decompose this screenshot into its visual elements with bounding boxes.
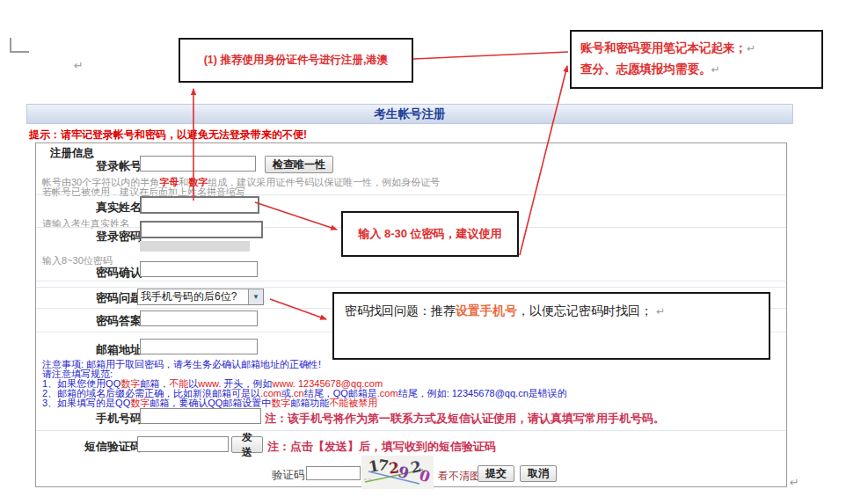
sms-code-input[interactable] xyxy=(137,436,229,452)
callout-notebook-line2: 查分、志愿填报均需要。 xyxy=(580,62,711,76)
cancel-button[interactable]: 取消 xyxy=(520,465,557,482)
page-corner-mark xyxy=(10,38,29,53)
callout-id-recommendation: (1) 推荐使用身份证件号进行注册,港澳 xyxy=(179,38,413,83)
email-label: 邮箱地址 xyxy=(43,342,142,358)
callout-id-text-em: 身份证件号 xyxy=(264,53,319,68)
paragraph-return-mark: ↵ xyxy=(74,60,84,71)
password-question-label: 密码问题 xyxy=(43,290,142,306)
paragraph-return-mark: ↵ xyxy=(656,305,665,318)
mobile-input[interactable] xyxy=(140,408,261,424)
form-tip: 提示：请牢记登录帐号和密码，以避免无法登录带来的不便! xyxy=(29,128,307,142)
form-title: 考生帐号注册 xyxy=(375,106,446,122)
callout-id-text-pre: (1) 推荐使用 xyxy=(204,53,265,68)
real-name-input[interactable] xyxy=(140,196,259,214)
password-question-select[interactable]: 我手机号码的后6位? ▼ xyxy=(137,289,264,305)
check-uniqueness-button[interactable]: 检查唯一性 xyxy=(265,156,333,173)
paragraph-return-mark: ↵ xyxy=(790,477,799,488)
sms-note: 注：点击【发送】后，填写收到的短信验证码 xyxy=(267,439,496,455)
callout-notebook-reminder: 账号和密码要用笔记本记起来；↵ 查分、志愿填报均需要。↵ xyxy=(570,30,823,89)
callout-password-text: 输入 8-30 位密码，建议使用 xyxy=(358,226,501,242)
sms-code-label: 短信验证码 xyxy=(43,439,142,455)
password-input[interactable] xyxy=(140,221,263,238)
password-label: 登录密码 xyxy=(43,229,142,245)
callout-password-retrieve-advice: 密码找回问题：推荐设置手机号，以便忘记密码时找回； ↵ xyxy=(332,292,770,360)
password-strength-bar xyxy=(140,241,250,252)
mobile-label: 手机号码 xyxy=(43,411,142,427)
captcha-label: 验证码 xyxy=(272,468,305,483)
password-question-selected-value: 我手机号码的后6位? xyxy=(138,289,248,304)
paragraph-return-mark: ↵ xyxy=(747,42,755,55)
paragraph-return-mark: ↵ xyxy=(711,63,720,76)
login-account-label: 登录帐号 xyxy=(43,158,142,174)
callout-retrieve-text: 密码找回问题：推荐 xyxy=(345,303,456,318)
password-confirm-label: 密码确认 xyxy=(43,265,142,281)
login-account-input[interactable] xyxy=(140,156,256,172)
password-answer-input[interactable] xyxy=(140,310,258,326)
email-input[interactable] xyxy=(140,339,258,354)
send-sms-button[interactable]: 发送 xyxy=(231,436,263,453)
password-confirm-input[interactable] xyxy=(140,261,258,277)
real-name-label: 真实姓名 xyxy=(43,200,142,215)
form-title-bar: 考生帐号注册 xyxy=(26,104,793,124)
connector-id-to-notebook xyxy=(413,52,568,59)
captcha-input[interactable] xyxy=(306,466,361,480)
callout-retrieve-em: 设置手机号 xyxy=(456,303,517,318)
mobile-note: 注：该手机号将作为第一联系方式及短信认证使用，请认真填写常用手机号码。 xyxy=(265,411,665,427)
callout-password-advice: 输入 8-30 位密码，建议使用 xyxy=(341,211,519,257)
callout-notebook-line1: 账号和密码要用笔记本记起来； xyxy=(580,41,747,55)
chevron-down-icon[interactable]: ▼ xyxy=(248,289,263,304)
password-answer-label: 密码答案 xyxy=(43,313,142,329)
captcha-image: 1 7 2 9 2 0 xyxy=(361,456,434,489)
callout-retrieve-text2: ，以便忘记密码时找回； xyxy=(517,303,653,318)
submit-button[interactable]: 提交 xyxy=(478,465,514,482)
callout-id-text-post: 进行注册,港澳 xyxy=(319,53,388,68)
word-page: { "page": { "return_mark": "↵" }, "annot… xyxy=(0,0,846,504)
